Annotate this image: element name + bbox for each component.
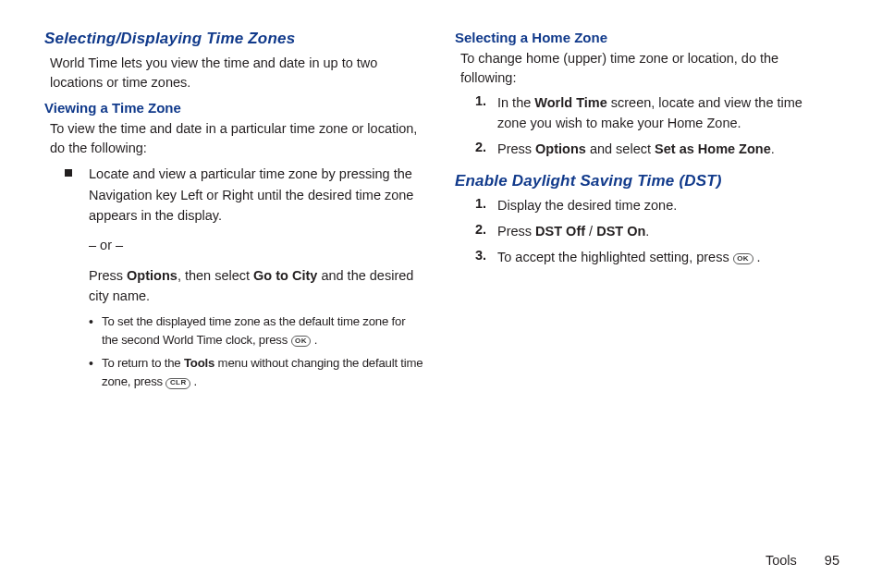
d3a: To accept the highlighted setting, press [497,250,733,264]
subheading-viewing: Viewing a Time Zone [44,100,423,116]
step-number: 2. [475,140,497,160]
bl2a: To return to the [102,356,184,370]
options-bold: Options [127,268,178,283]
set-home-zone-bold: Set as Home Zone [655,141,771,156]
d2a: Press [497,224,535,239]
d3b: . [753,250,761,264]
press-text: Press [89,268,127,283]
list-item: 2. Press DST Off / DST On. [475,222,834,242]
h2e: . [771,141,775,156]
then-select: , then select [178,268,253,283]
footer-section: Tools [766,553,797,568]
intro-world-time: World Time lets you view the time and da… [50,54,423,92]
right-column: Selecting a Home Zone To change home (up… [455,30,834,400]
h1a: In the [497,95,534,110]
step-number: 2. [475,222,497,242]
viewing-intro: To view the time and date in a particula… [50,119,423,158]
page-number: 95 [825,553,839,568]
heading-dst: Enable Daylight Saving Time (DST) [455,172,834,190]
list-item: • To return to the Tools menu without ch… [89,354,423,391]
d2e: . [645,224,649,239]
tools-bold: Tools [184,356,214,370]
d2c: / [585,224,596,239]
dst-off-bold: DST Off [535,224,585,239]
h2a: Press [497,141,535,156]
home-intro: To change home (upper) time zone or loca… [460,49,834,88]
two-column-layout: Selecting/Displaying Time Zones World Ti… [44,30,845,400]
h2c: and select [586,141,655,156]
bullet-dot-icon: • [89,312,102,349]
sub-bullet-list: • To set the displayed time zone as the … [89,312,423,391]
home-zone-steps: 1. In the World Time screen, locate and … [475,93,834,159]
step-body: Press DST Off / DST On. [497,222,649,242]
options-bold: Options [535,141,586,156]
locate-view-text: Locate and view a particular time zone b… [89,166,413,223]
dst-steps: 1. Display the desired time zone. 2. Pre… [475,196,834,267]
clr-key-icon: CLR [165,378,190,389]
world-time-bold: World Time [534,95,606,110]
list-item: 2. Press Options and select Set as Home … [475,140,834,160]
heading-selecting-displaying: Selecting/Displaying Time Zones [44,30,423,48]
square-item-body: Locate and view a particular time zone b… [89,164,423,397]
or-divider: – or – [89,235,423,255]
list-item: 3. To accept the highlighted setting, pr… [475,248,834,268]
step-number: 3. [475,248,497,268]
step-body: Press Options and select Set as Home Zon… [497,140,775,160]
ok-key-icon: OK [291,336,312,347]
step-number: 1. [475,93,497,134]
page-footer: Tools 95 [766,553,839,568]
go-to-city-bold: Go to City [253,268,317,283]
list-item: • To set the displayed time zone as the … [89,312,423,349]
square-bullet-icon [65,169,72,177]
square-bullet-list: Locate and view a particular time zone b… [65,164,423,397]
step-body: Display the desired time zone. [497,196,677,216]
step-number: 1. [475,196,497,216]
manual-page: Selecting/Displaying Time Zones World Ti… [0,0,882,588]
bl1b: . [311,333,317,347]
list-item: Locate and view a particular time zone b… [65,164,423,397]
bl2d: . [190,374,197,388]
bullet-dot-icon: • [89,354,102,391]
dst-on-bold: DST On [596,224,645,239]
ok-key-icon: OK [733,253,753,264]
step-body: To accept the highlighted setting, press… [497,248,761,268]
left-column: Selecting/Displaying Time Zones World Ti… [44,30,423,400]
return-tools-text: To return to the Tools menu without chan… [102,354,423,391]
list-item: 1. In the World Time screen, locate and … [475,93,834,134]
step-body: In the World Time screen, locate and vie… [497,93,834,134]
set-default-text: To set the displayed time zone as the de… [102,312,423,349]
subheading-home-zone: Selecting a Home Zone [455,30,834,45]
list-item: 1. Display the desired time zone. [475,196,834,216]
bl1a: To set the displayed time zone as the de… [102,314,405,347]
